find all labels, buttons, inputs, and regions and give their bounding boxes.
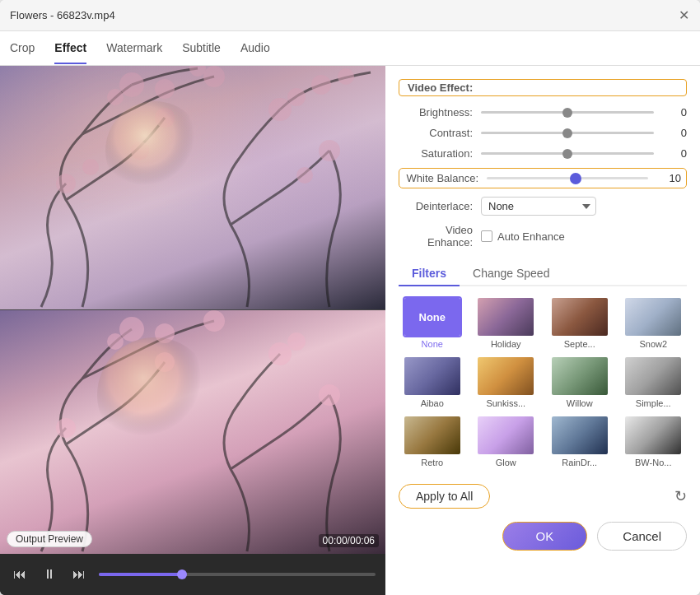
filter-label-willow: Willow	[567, 398, 593, 408]
filter-label-none: None	[422, 339, 443, 349]
filter-raindr-inner	[552, 416, 608, 454]
svg-point-8	[338, 68, 354, 85]
svg-point-24	[56, 418, 76, 438]
ok-button[interactable]: OK	[502, 522, 588, 551]
filter-label-septe: Septe...	[564, 339, 595, 349]
filter-retro-inner	[404, 416, 460, 454]
filter-willow[interactable]: Willow	[546, 356, 614, 408]
filter-label-sunkiss: Sunkiss...	[486, 398, 525, 408]
svg-point-23	[319, 384, 340, 406]
main-window: Flowers - 66823v.mp4 ✕ Crop Effect Water…	[0, 0, 700, 595]
filter-holiday[interactable]: Holiday	[473, 296, 540, 349]
brightness-thumb	[562, 108, 572, 118]
white-balance-label: White Balance:	[404, 172, 478, 184]
prev-button[interactable]: ⏮	[10, 565, 30, 584]
next-button[interactable]: ⏭	[69, 565, 89, 584]
contrast-slider[interactable]	[481, 132, 654, 134]
filter-thumb-snow2	[623, 296, 683, 337]
filter-label-bwno: BW-No...	[635, 458, 671, 467]
filter-aibao-inner	[404, 357, 460, 395]
filter-retro[interactable]: Retro	[399, 415, 466, 467]
deinterlace-row: Deinterlace: None Bob Linear Median	[399, 197, 687, 216]
tab-filters[interactable]: Filters	[399, 262, 460, 286]
svg-point-20	[268, 342, 292, 365]
svg-point-15	[105, 101, 204, 200]
filter-septe[interactable]: Septe...	[546, 296, 614, 349]
close-button[interactable]: ✕	[677, 9, 690, 22]
filter-bwno[interactable]: BW-No...	[620, 415, 688, 467]
filter-bwno-inner	[625, 416, 681, 454]
svg-point-25	[97, 337, 212, 453]
left-panel: Output Preview 00:00/00:06 ⏮ ⏸ ⏭	[0, 66, 385, 595]
svg-point-21	[287, 332, 306, 351]
filter-thumb-bwno	[623, 415, 683, 456]
saturation-thumb	[562, 149, 572, 159]
apply-to-all-button[interactable]: Apply to All	[399, 484, 490, 509]
svg-point-7	[311, 75, 331, 95]
filter-glow[interactable]: Glow	[473, 415, 540, 467]
branches-svg	[0, 66, 385, 309]
tab-effect[interactable]: Effect	[54, 33, 86, 64]
tab-subtitle[interactable]: Subtitle	[182, 33, 221, 64]
video-enhance-label: Video Enhance:	[399, 224, 473, 249]
svg-point-11	[319, 140, 340, 161]
filter-raindr[interactable]: RainDr...	[546, 415, 614, 467]
video-preview-top	[0, 66, 385, 309]
filter-thumb-aibao	[403, 356, 462, 397]
tab-watermark[interactable]: Watermark	[106, 33, 162, 64]
brightness-value: 0	[662, 106, 687, 119]
filter-simple-inner	[625, 357, 681, 395]
svg-point-5	[268, 98, 292, 121]
video-preview-bottom: Output Preview 00:00/00:06	[0, 310, 385, 554]
filter-sunkiss[interactable]: Sunkiss...	[473, 356, 540, 408]
brightness-slider[interactable]	[481, 111, 654, 114]
title-bar: Flowers - 66823v.mp4 ✕	[0, 0, 700, 31]
tab-crop[interactable]: Crop	[10, 33, 35, 64]
contrast-row: Contrast: 0	[399, 127, 687, 139]
filter-label-retro: Retro	[421, 458, 443, 467]
filter-snow2[interactable]: Snow2	[620, 296, 688, 349]
white-balance-thumb	[570, 173, 581, 184]
svg-point-12	[296, 167, 313, 184]
auto-enhance-text: Auto Enhance	[497, 230, 565, 243]
filter-thumb-retro	[403, 415, 462, 456]
brightness-label: Brightness:	[399, 106, 473, 119]
svg-point-6	[287, 88, 306, 106]
tabs-bar: Crop Effect Watermark Subtitle Audio	[0, 31, 700, 66]
svg-point-16	[119, 317, 144, 342]
refresh-icon[interactable]: ↻	[674, 487, 687, 505]
auto-enhance-checkbox[interactable]	[481, 230, 492, 242]
white-balance-row: White Balance: 10	[399, 168, 687, 188]
video-bottom: Output Preview 00:00/00:06	[0, 310, 385, 554]
pause-button[interactable]: ⏸	[40, 565, 59, 584]
svg-point-4	[189, 66, 206, 77]
secondary-tabs: Filters Change Speed	[399, 262, 687, 286]
saturation-label: Saturation:	[399, 147, 473, 160]
contrast-label: Contrast:	[399, 127, 473, 139]
filter-sunkiss-inner	[478, 357, 534, 395]
brightness-row: Brightness: 0	[399, 106, 687, 119]
main-content: Output Preview 00:00/00:06 ⏮ ⏸ ⏭ Video E…	[0, 66, 700, 595]
filter-glow-inner	[478, 416, 534, 454]
output-preview-label: Output Preview	[7, 531, 92, 547]
filter-aibao[interactable]: Aibao	[399, 356, 466, 408]
tab-change-speed[interactable]: Change Speed	[460, 262, 562, 286]
saturation-slider[interactable]	[481, 152, 654, 155]
filter-thumb-septe	[550, 296, 609, 337]
white-balance-slider[interactable]	[487, 177, 648, 179]
filters-grid: None None Holiday Septe...	[399, 296, 687, 467]
filter-holiday-inner	[478, 298, 534, 336]
svg-point-13	[56, 174, 76, 193]
filter-simple[interactable]: Simple...	[620, 356, 688, 408]
branches-svg-bottom	[0, 310, 385, 554]
saturation-value: 0	[662, 147, 687, 160]
cancel-button[interactable]: Cancel	[597, 522, 687, 551]
filter-label-holiday: Holiday	[491, 339, 521, 349]
tab-audio[interactable]: Audio	[240, 33, 270, 64]
filter-none[interactable]: None None	[399, 296, 466, 349]
video-timestamp: 00:00/00:06	[319, 534, 379, 547]
final-buttons: OK Cancel	[399, 522, 687, 551]
deinterlace-select[interactable]: None Bob Linear Median	[481, 197, 596, 216]
svg-point-14	[82, 159, 99, 175]
progress-bar[interactable]	[99, 573, 376, 576]
